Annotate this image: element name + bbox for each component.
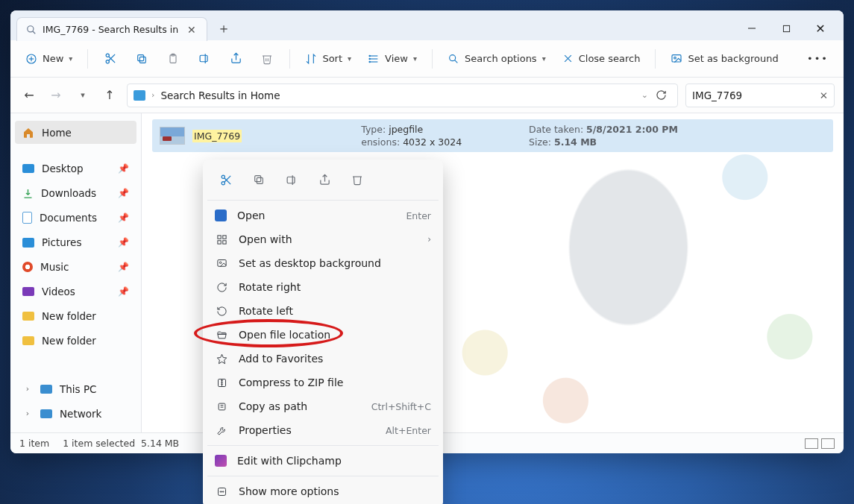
thumbnail-icon bbox=[160, 127, 185, 145]
ctx-set-background[interactable]: Set as desktop background bbox=[207, 251, 439, 275]
new-button[interactable]: New ▾ bbox=[19, 48, 78, 69]
wrench-icon bbox=[215, 425, 228, 436]
search-result-row[interactable]: IMG_7769 Type: jpegfile ensions: 4032 x … bbox=[152, 119, 833, 152]
sidebar-item-downloads[interactable]: Downloads 📌 bbox=[15, 182, 136, 205]
details-view-icon[interactable] bbox=[805, 438, 818, 449]
sidebar-item-pictures[interactable]: Pictures 📌 bbox=[15, 231, 136, 254]
up-button[interactable]: ↑ bbox=[100, 86, 119, 105]
sort-icon bbox=[305, 53, 317, 65]
ctx-rename-button[interactable] bbox=[280, 168, 303, 191]
sidebar-item-videos[interactable]: Videos 📌 bbox=[15, 280, 136, 303]
ctx-clipchamp[interactable]: Edit with Clipchamp bbox=[207, 449, 439, 473]
ellipsis-icon: ••• bbox=[807, 53, 829, 64]
ctx-cut-button[interactable] bbox=[215, 168, 237, 191]
sort-button[interactable]: Sort ▾ bbox=[299, 48, 357, 69]
ctx-copypath-accel: Ctrl+Shift+C bbox=[371, 401, 431, 412]
address-bar[interactable]: › Search Results in Home ⌄ bbox=[127, 84, 678, 107]
sidebar-item-music[interactable]: Music 📌 bbox=[15, 256, 136, 279]
chevron-down-icon: ▾ bbox=[348, 54, 351, 63]
ctx-delete-button[interactable] bbox=[346, 168, 368, 191]
rotate-right-icon bbox=[215, 282, 228, 293]
thumbnails-view-icon[interactable] bbox=[821, 438, 835, 449]
submenu-chevron-icon: › bbox=[427, 234, 431, 245]
chevron-right-icon[interactable]: › bbox=[22, 384, 33, 394]
clear-search-button[interactable]: ✕ bbox=[820, 89, 828, 101]
rename-icon bbox=[198, 52, 211, 65]
sidebar-item-newfolder-2[interactable]: New folder bbox=[15, 330, 136, 353]
sidebar-item-desktop[interactable]: Desktop 📌 bbox=[15, 157, 136, 180]
view-icon bbox=[368, 53, 380, 65]
delete-button[interactable] bbox=[254, 46, 280, 72]
close-search-button[interactable]: Close search bbox=[556, 48, 647, 69]
file-name: IMG_7769 bbox=[192, 130, 242, 142]
ctx-add-favorites[interactable]: Add to Favorites bbox=[207, 347, 439, 371]
search-box[interactable]: IMG_7769 ✕ bbox=[685, 84, 835, 107]
svg-rect-34 bbox=[255, 176, 261, 182]
sidebar-item-label: Videos bbox=[42, 286, 75, 297]
copy-button[interactable] bbox=[128, 46, 155, 72]
video-icon bbox=[22, 287, 34, 296]
ctx-copy-button[interactable] bbox=[248, 168, 270, 191]
pictures-icon bbox=[22, 238, 34, 248]
sidebar-item-network[interactable]: › Network bbox=[15, 402, 136, 425]
rotate-left-icon bbox=[215, 306, 228, 317]
context-menu: Open Enter Open with › Set as desktop ba… bbox=[203, 160, 443, 504]
address-dropdown-icon[interactable]: ⌄ bbox=[641, 90, 648, 100]
chevron-right-icon[interactable]: › bbox=[22, 409, 33, 418]
pin-icon: 📌 bbox=[118, 286, 129, 297]
svg-point-49 bbox=[222, 491, 223, 491]
svg-rect-46 bbox=[218, 488, 225, 495]
image-icon bbox=[671, 53, 682, 65]
ctx-open[interactable]: Open Enter bbox=[207, 204, 439, 227]
ctx-openwith-label: Open with bbox=[239, 233, 292, 245]
svg-line-1 bbox=[33, 31, 36, 34]
ctx-fav-label: Add to Favorites bbox=[239, 353, 323, 365]
context-icon-row bbox=[207, 164, 439, 197]
ctx-open-file-location[interactable]: Open file location bbox=[207, 323, 439, 347]
forward-button[interactable]: → bbox=[46, 86, 66, 105]
minimize-button[interactable] bbox=[735, 16, 769, 40]
back-button[interactable]: ← bbox=[19, 86, 39, 105]
refresh-button[interactable] bbox=[651, 89, 671, 101]
ctx-open-label: Open bbox=[237, 210, 265, 221]
ctx-open-with[interactable]: Open with › bbox=[207, 227, 439, 251]
new-tab-button[interactable]: ＋ bbox=[212, 16, 236, 40]
cut-button[interactable] bbox=[97, 46, 124, 72]
pin-icon: 📌 bbox=[118, 237, 129, 248]
ctx-properties[interactable]: Properties Alt+Enter bbox=[207, 418, 439, 442]
sidebar-item-home[interactable]: Home bbox=[15, 121, 136, 144]
ctx-share-button[interactable] bbox=[313, 168, 336, 191]
chevron-down-icon: ▾ bbox=[542, 54, 546, 63]
more-button[interactable]: ••• bbox=[801, 48, 835, 69]
window-tab[interactable]: IMG_7769 - Search Results in ✕ bbox=[16, 17, 207, 41]
ctx-compress-zip[interactable]: Compress to ZIP file bbox=[207, 371, 439, 394]
sidebar-item-label: Pictures bbox=[42, 236, 81, 248]
ctx-copy-path[interactable]: Copy as path Ctrl+Shift+C bbox=[207, 394, 439, 418]
ctx-rotate-right[interactable]: Rotate right bbox=[207, 275, 439, 299]
close-x-icon bbox=[562, 53, 574, 64]
close-search-label: Close search bbox=[579, 53, 641, 64]
sidebar-network-label: Network bbox=[60, 408, 101, 420]
recent-chevron[interactable]: ▾ bbox=[73, 86, 92, 105]
set-background-button[interactable]: Set as background bbox=[665, 48, 784, 69]
maximize-button[interactable] bbox=[769, 16, 803, 40]
sidebar-item-label: Documents bbox=[40, 212, 97, 224]
rename-button[interactable] bbox=[191, 46, 218, 72]
search-options-button[interactable]: Search options ▾ bbox=[442, 48, 552, 69]
view-button[interactable]: View ▾ bbox=[362, 48, 423, 69]
ctx-open-accel: Enter bbox=[406, 210, 431, 221]
ctx-props-accel: Alt+Enter bbox=[386, 425, 431, 436]
sidebar-item-newfolder[interactable]: New folder bbox=[15, 305, 136, 328]
tab-close-button[interactable]: ✕ bbox=[184, 22, 199, 37]
share-button[interactable] bbox=[222, 46, 249, 72]
close-button[interactable]: ✕ bbox=[803, 16, 838, 40]
sidebar-item-documents[interactable]: Documents 📌 bbox=[15, 207, 136, 230]
ctx-rotate-left[interactable]: Rotate left bbox=[207, 299, 439, 323]
share-icon bbox=[230, 52, 242, 65]
sidebar-item-thispc[interactable]: › This PC bbox=[15, 377, 136, 400]
scissors-icon bbox=[220, 174, 233, 186]
view-switcher[interactable] bbox=[805, 438, 835, 449]
paste-button[interactable] bbox=[160, 46, 186, 72]
ctx-show-more[interactable]: Show more options bbox=[207, 479, 439, 503]
svg-marker-43 bbox=[217, 354, 227, 364]
